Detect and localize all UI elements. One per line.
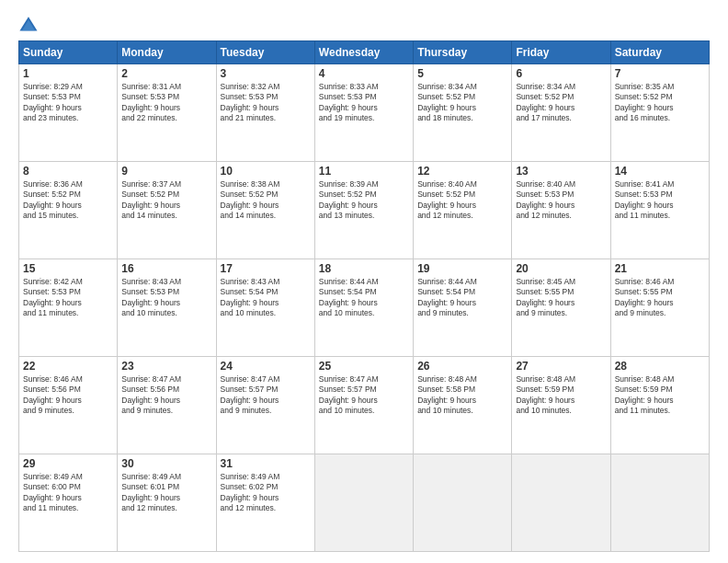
calendar-cell: 31Sunrise: 8:49 AM Sunset: 6:02 PM Dayli… [216,454,314,552]
calendar-cell: 4Sunrise: 8:33 AM Sunset: 5:53 PM Daylig… [314,64,413,162]
day-number: 1 [23,67,113,80]
day-number: 5 [417,67,507,80]
calendar-cell: 27Sunrise: 8:48 AM Sunset: 5:59 PM Dayli… [512,357,610,454]
calendar-cell: 26Sunrise: 8:48 AM Sunset: 5:58 PM Dayli… [414,357,512,454]
weekday-header: Tuesday [216,41,314,64]
day-number: 18 [319,262,409,275]
calendar-week-row: 15Sunrise: 8:42 AM Sunset: 5:53 PM Dayli… [19,259,710,357]
day-info: Sunrise: 8:40 AM Sunset: 5:52 PM Dayligh… [417,179,507,222]
calendar-cell: 11Sunrise: 8:39 AM Sunset: 5:52 PM Dayli… [314,162,413,259]
day-number: 21 [615,262,705,275]
day-info: Sunrise: 8:43 AM Sunset: 5:54 PM Dayligh… [221,277,311,319]
day-number: 14 [615,165,705,178]
weekday-header: Saturday [610,41,709,64]
day-info: Sunrise: 8:40 AM Sunset: 5:53 PM Dayligh… [516,179,606,222]
calendar-cell: 29Sunrise: 8:49 AM Sunset: 6:00 PM Dayli… [19,454,118,552]
calendar-cell: 19Sunrise: 8:44 AM Sunset: 5:54 PM Dayli… [414,259,512,357]
calendar-cell: 25Sunrise: 8:47 AM Sunset: 5:57 PM Dayli… [314,357,413,454]
calendar-cell [414,454,512,552]
day-info: Sunrise: 8:46 AM Sunset: 5:56 PM Dayligh… [23,374,113,417]
calendar-week-row: 29Sunrise: 8:49 AM Sunset: 6:00 PM Dayli… [19,454,710,552]
day-number: 10 [221,165,311,178]
day-number: 25 [319,360,409,373]
day-info: Sunrise: 8:43 AM Sunset: 5:53 PM Dayligh… [121,277,211,319]
day-number: 16 [121,262,211,275]
calendar-cell: 22Sunrise: 8:46 AM Sunset: 5:56 PM Dayli… [19,357,118,454]
calendar-cell: 7Sunrise: 8:35 AM Sunset: 5:52 PM Daylig… [610,64,709,162]
day-info: Sunrise: 8:38 AM Sunset: 5:52 PM Dayligh… [221,179,311,222]
day-number: 22 [23,360,113,373]
day-info: Sunrise: 8:44 AM Sunset: 5:54 PM Dayligh… [319,277,409,319]
day-number: 7 [615,67,705,80]
day-number: 15 [23,262,113,275]
day-info: Sunrise: 8:31 AM Sunset: 5:53 PM Dayligh… [121,82,211,124]
calendar-cell: 24Sunrise: 8:47 AM Sunset: 5:57 PM Dayli… [216,357,314,454]
calendar-table: SundayMondayTuesdayWednesdayThursdayFrid… [18,40,710,552]
calendar: SundayMondayTuesdayWednesdayThursdayFrid… [18,40,710,552]
day-number: 6 [516,67,606,80]
calendar-cell: 17Sunrise: 8:43 AM Sunset: 5:54 PM Dayli… [216,259,314,357]
day-info: Sunrise: 8:46 AM Sunset: 5:55 PM Dayligh… [615,277,705,319]
calendar-cell [314,454,413,552]
day-number: 12 [417,165,507,178]
header-row: SundayMondayTuesdayWednesdayThursdayFrid… [19,41,710,64]
calendar-cell: 21Sunrise: 8:46 AM Sunset: 5:55 PM Dayli… [610,259,709,357]
calendar-cell: 13Sunrise: 8:40 AM Sunset: 5:53 PM Dayli… [512,162,610,259]
day-info: Sunrise: 8:48 AM Sunset: 5:58 PM Dayligh… [417,374,507,417]
day-info: Sunrise: 8:34 AM Sunset: 5:52 PM Dayligh… [417,82,507,124]
calendar-cell: 9Sunrise: 8:37 AM Sunset: 5:52 PM Daylig… [118,162,216,259]
day-info: Sunrise: 8:44 AM Sunset: 5:54 PM Dayligh… [417,277,507,319]
calendar-cell: 28Sunrise: 8:48 AM Sunset: 5:59 PM Dayli… [610,357,709,454]
day-number: 4 [319,67,409,80]
calendar-cell: 5Sunrise: 8:34 AM Sunset: 5:52 PM Daylig… [414,64,512,162]
day-info: Sunrise: 8:47 AM Sunset: 5:57 PM Dayligh… [319,374,409,417]
weekday-header: Friday [512,41,610,64]
weekday-header: Sunday [19,41,118,64]
day-number: 28 [615,360,705,373]
calendar-cell: 16Sunrise: 8:43 AM Sunset: 5:53 PM Dayli… [118,259,216,357]
calendar-cell: 23Sunrise: 8:47 AM Sunset: 5:56 PM Dayli… [118,357,216,454]
day-number: 23 [121,360,211,373]
day-number: 2 [121,67,211,80]
day-info: Sunrise: 8:37 AM Sunset: 5:52 PM Dayligh… [121,179,211,222]
day-info: Sunrise: 8:48 AM Sunset: 5:59 PM Dayligh… [516,374,606,417]
day-info: Sunrise: 8:48 AM Sunset: 5:59 PM Dayligh… [615,374,705,417]
day-number: 9 [121,165,211,178]
calendar-week-row: 1Sunrise: 8:29 AM Sunset: 5:53 PM Daylig… [19,64,710,162]
calendar-cell: 14Sunrise: 8:41 AM Sunset: 5:53 PM Dayli… [610,162,709,259]
day-info: Sunrise: 8:41 AM Sunset: 5:53 PM Dayligh… [615,179,705,222]
day-number: 24 [221,360,311,373]
calendar-cell: 10Sunrise: 8:38 AM Sunset: 5:52 PM Dayli… [216,162,314,259]
day-info: Sunrise: 8:29 AM Sunset: 5:53 PM Dayligh… [23,82,113,124]
day-info: Sunrise: 8:49 AM Sunset: 6:02 PM Dayligh… [221,472,311,514]
day-info: Sunrise: 8:36 AM Sunset: 5:52 PM Dayligh… [23,179,113,222]
day-info: Sunrise: 8:47 AM Sunset: 5:56 PM Dayligh… [121,374,211,417]
day-info: Sunrise: 8:42 AM Sunset: 5:53 PM Dayligh… [23,277,113,319]
day-info: Sunrise: 8:47 AM Sunset: 5:57 PM Dayligh… [221,374,311,417]
calendar-cell: 15Sunrise: 8:42 AM Sunset: 5:53 PM Dayli… [19,259,118,357]
day-number: 31 [221,457,311,470]
day-info: Sunrise: 8:49 AM Sunset: 6:01 PM Dayligh… [121,472,211,514]
logo [18,15,42,35]
day-number: 26 [417,360,507,373]
calendar-cell: 18Sunrise: 8:44 AM Sunset: 5:54 PM Dayli… [314,259,413,357]
calendar-cell: 20Sunrise: 8:45 AM Sunset: 5:55 PM Dayli… [512,259,610,357]
calendar-cell: 1Sunrise: 8:29 AM Sunset: 5:53 PM Daylig… [19,64,118,162]
weekday-header: Wednesday [314,41,413,64]
day-info: Sunrise: 8:33 AM Sunset: 5:53 PM Dayligh… [319,82,409,124]
day-info: Sunrise: 8:39 AM Sunset: 5:52 PM Dayligh… [319,179,409,222]
day-info: Sunrise: 8:49 AM Sunset: 6:00 PM Dayligh… [23,472,113,514]
calendar-cell: 6Sunrise: 8:34 AM Sunset: 5:52 PM Daylig… [512,64,610,162]
day-number: 17 [221,262,311,275]
day-number: 30 [121,457,211,470]
day-number: 13 [516,165,606,178]
calendar-cell [512,454,610,552]
calendar-cell: 2Sunrise: 8:31 AM Sunset: 5:53 PM Daylig… [118,64,216,162]
weekday-header: Monday [118,41,216,64]
calendar-cell: 30Sunrise: 8:49 AM Sunset: 6:01 PM Dayli… [118,454,216,552]
calendar-cell: 8Sunrise: 8:36 AM Sunset: 5:52 PM Daylig… [19,162,118,259]
calendar-week-row: 8Sunrise: 8:36 AM Sunset: 5:52 PM Daylig… [19,162,710,259]
weekday-header: Thursday [414,41,512,64]
day-info: Sunrise: 8:45 AM Sunset: 5:55 PM Dayligh… [516,277,606,319]
calendar-week-row: 22Sunrise: 8:46 AM Sunset: 5:56 PM Dayli… [19,357,710,454]
